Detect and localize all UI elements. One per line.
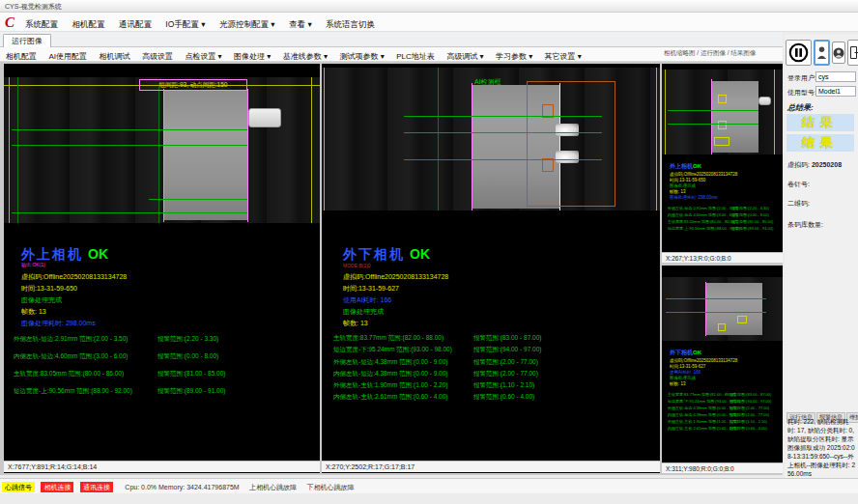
alarm-range: 报警范围:(0.60 - 4.00)	[473, 393, 534, 402]
measurement-value: 外侧左轨-短边:2.91mm 范围:(2.00 - 3.50)	[668, 206, 738, 210]
camera-image-outer-lower[interactable]: AI检测框	[322, 68, 660, 210]
measurement-value: 内侧左轨-短边:4.60mm 范围:(3.00 - 6.00)	[14, 352, 128, 359]
measurement-row: 外侧左轨-短边:2.91mm 范围:(2.00 - 3.50)报警范围:(2.2…	[668, 205, 781, 211]
alarm-range: 报警范围:(94.00 - 97.00)	[473, 346, 541, 354]
tab-row: 运行图像	[0, 32, 783, 47]
alarm-range: 报警范围:(1.10 - 2.10)	[473, 381, 534, 390]
comm-connection-indicator: 通讯连接	[80, 482, 113, 492]
detect-box-3	[714, 137, 729, 146]
status-bar: 心跳信号 相机连接 通讯连接 Cpu: 0.0% Memory: 3424.41…	[0, 478, 858, 493]
alarm-range: 报警范围:(81.00 - 85.00)	[731, 218, 773, 225]
thumb-image[interactable]	[662, 70, 783, 154]
thumbnail-outer-lower[interactable]: 外下相机OK 虚拟码:Offline20250208133134728 时间:1…	[662, 266, 783, 473]
camera-name-label: 外上相机	[21, 246, 83, 262]
measurement-value: 内侧左轨-短边:4.38mm 范围:(0.00 - 9.00)	[333, 370, 447, 377]
ai-detect-box	[527, 81, 615, 207]
result-ok-label: OK	[88, 246, 108, 262]
measurement-row: 外侧左轨-主轨:1.90mm 范围:(1.00 - 2.20)报警范围:(1.1…	[668, 418, 781, 425]
camera-name-label: 外上相机	[670, 163, 693, 169]
measurement-row: 短边宽度-上:90.56mm 范围:(88.00 - 92.00)报警范围:(8…	[668, 225, 781, 232]
menu-language-switch[interactable]: 系统语言切换	[326, 14, 375, 34]
detect-box-1	[718, 95, 727, 103]
measurement-row: 短边宽度-下:95.24mm 范围:(93.00 - 98.00)报警范围:(9…	[668, 398, 781, 405]
measurement-row: 主轨宽度:83.05mm 范围:(80.00 - 86.00)报警范围:(81.…	[668, 218, 781, 225]
user-icon	[816, 45, 827, 60]
measurement-row: 外侧左轨-主轨:1.90mm 范围:(1.00 - 2.20) 报警范围:(1.…	[333, 381, 654, 390]
menu-light-config[interactable]: 光源控制配置 ▾	[219, 14, 275, 34]
frame-count-label: 帧数: 13	[21, 307, 46, 316]
menu-comm-config[interactable]: 通讯配置	[119, 14, 152, 34]
menu-camera-config[interactable]: 相机配置	[72, 14, 104, 34]
user-login-button[interactable]	[814, 40, 830, 66]
operator-mode-button[interactable]	[832, 42, 845, 64]
login-user-label: 登录用户:	[787, 73, 816, 83]
ai-detect-subbox-2	[542, 158, 554, 172]
edge-line	[665, 70, 666, 154]
alarm-range: 报警范围:(1.10 - 2.10)	[729, 418, 767, 425]
measurement-value: 主轨宽度:83.77mm 范围:(82.00 - 88.00)	[333, 334, 443, 341]
pixel-coords-bar: X:267;Y:13;R:0;G:0;B:0	[662, 252, 783, 263]
camera-panel-outer-upper[interactable]: 组间距:93, 动点间距:150 外上相机OK 输出:OK(1) 虚拟码:Off…	[4, 64, 320, 473]
menu-view[interactable]: 查看 ▾	[289, 14, 312, 34]
elapsed-label: 图像处理耗时: 298.00ms	[670, 195, 717, 201]
thumb-title: 外上相机OK	[670, 162, 701, 171]
login-user-value[interactable]: cys	[815, 71, 856, 82]
detect-box-1	[737, 316, 747, 323]
camera-name-label: 外下相机	[670, 350, 693, 355]
thumb-image[interactable]	[662, 277, 783, 341]
time-label: 时间:13-31-59-650	[21, 284, 77, 293]
measurement-row: 内侧左轨-主轨:2.61mm 范围:(0.60 - 4.00) 报警范围:(0.…	[333, 393, 654, 402]
alarm-range: 报警范围:(2.20 - 3.30)	[731, 205, 769, 211]
alarm-range: 报警范围:(81.00 - 85.00)	[157, 370, 225, 378]
model-value[interactable]: Model1	[815, 86, 856, 97]
camera-image-outer-upper[interactable]: 组间距:93, 动点间距:150	[4, 77, 320, 223]
menu-items: 系统配置 相机配置 通讯配置 IO手配置 ▾ 光源控制配置 ▾ 查看 ▾ 系统语…	[25, 13, 385, 32]
upper-camera-fault-text: 上相机心跳故障	[249, 480, 297, 494]
exit-button[interactable]	[847, 40, 858, 66]
menu-bar: C 系统配置 相机配置 通讯配置 IO手配置 ▾ 光源控制配置 ▾ 查看 ▾ 系…	[0, 13, 858, 32]
measure-edge	[705, 282, 706, 336]
measurement-row: 内侧左轨-短边:4.60mm 范围:(3.00 - 6.00)报警范围:(0.0…	[668, 211, 781, 218]
cpu-memory-text: Cpu: 0.0% Memory: 3424.41796875M	[125, 480, 239, 494]
model-label: 使用型号:	[787, 88, 816, 98]
pin-number-label: 卷针号:	[787, 180, 810, 189]
edge-line-right	[311, 77, 312, 223]
measurement-row: 主轨宽度:83.77mm 范围:(82.00 - 88.00) 报警范围:(83…	[333, 334, 654, 343]
app-window: CYS-视觉检测系统 C 系统配置 相机配置 通讯配置 IO手配置 ▾ 光源控制…	[0, 0, 858, 504]
measure-line-4	[12, 212, 247, 213]
weld-highlight-1	[556, 124, 579, 136]
measurement-value: 外侧左轨-短边:2.91mm 范围:(2.00 - 3.50)	[14, 335, 128, 342]
measure-line-1	[12, 129, 247, 130]
heartbeat-indicator: 心跳信号	[2, 482, 35, 492]
virtual-code-caption: 虚拟码:	[787, 161, 810, 168]
camera-panel-outer-lower[interactable]: AI检测框 外下相机OK MODE:B(1)0 虚拟码:Offline20250…	[322, 64, 660, 473]
barcode-label: 虚拟码:Offline20250208133134728	[21, 272, 127, 281]
thumbnail-outer-upper[interactable]: 外上相机OK 虚拟码:Offline20250208133134728 时间:1…	[662, 64, 783, 263]
measure-line-3	[149, 199, 247, 200]
product-block	[706, 283, 762, 335]
barcode-label: 虚拟码:Offline20250208133134728	[343, 272, 448, 281]
virtual-code-value: 20250208	[812, 161, 842, 168]
guide-line-vertical-2	[158, 87, 159, 223]
barcode-count-label: 条码库数量:	[787, 220, 823, 230]
menu-io-config[interactable]: IO手配置 ▾	[165, 14, 205, 34]
menu-system-config[interactable]: 系统配置	[25, 14, 58, 34]
pause-button[interactable]	[786, 40, 812, 66]
time-label: 时间:13-31-59-627	[343, 284, 399, 293]
edge-line	[774, 70, 775, 154]
edge-line-right	[656, 68, 657, 210]
measurement-value: 外侧左轨-主轨:1.90mm 范围:(1.00 - 2.20)	[333, 381, 447, 388]
weld-highlight-2	[556, 151, 579, 163]
alarm-range: 报警范围:(89.00 - 91.00)	[731, 225, 773, 232]
measurement-row: 内侧左轨-短边:4.38mm 范围:(0.00 - 9.00) 报警范围:(2.…	[333, 370, 654, 378]
alarm-range: 报警范围:(0.60 - 4.00)	[729, 425, 767, 432]
lower-camera-fault-text: 下相机心跳故障	[307, 480, 355, 494]
pause-icon	[788, 42, 809, 63]
measure-line-1	[404, 116, 602, 117]
process-status-label: 图像处理完成	[21, 295, 62, 304]
app-logo-icon: C	[5, 14, 20, 31]
ai-time-label: 使用AI耗时: 166	[343, 295, 391, 304]
connector-tab	[758, 97, 771, 105]
alarm-range: 报警范围:(2.00 - 77.00)	[729, 405, 769, 411]
measurement-row: 短边宽度-下:95.24mm 范围:(93.00 - 98.00) 报警范围:(…	[333, 346, 654, 354]
